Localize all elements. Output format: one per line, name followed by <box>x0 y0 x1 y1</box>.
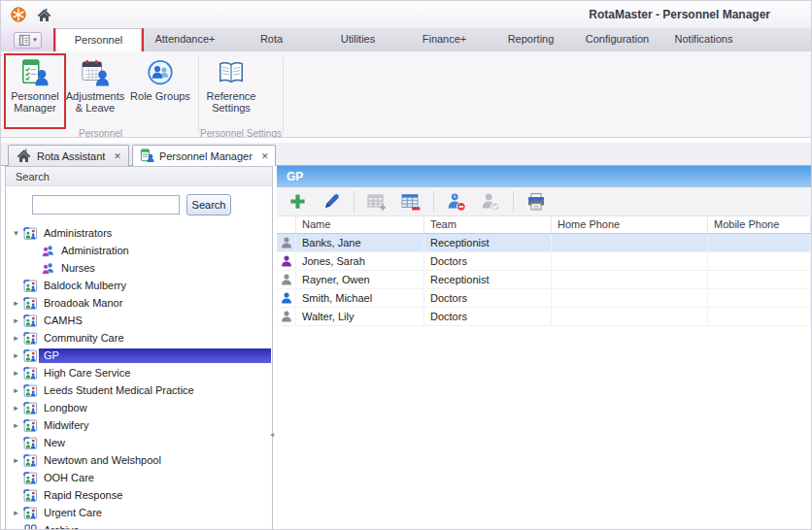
chevron-collapsed-icon[interactable]: ▸ <box>10 315 22 325</box>
ribbon-tab-utilities[interactable]: Utilities <box>315 28 401 51</box>
tree-item-label: Urgent Care <box>39 506 107 520</box>
table-row-banks-jane[interactable]: Banks, JaneReceptionist <box>277 234 811 252</box>
tree-item-administration[interactable]: Administration <box>6 242 272 259</box>
table-row-walter-lily[interactable]: Walter, LilyDoctors <box>277 308 811 326</box>
column-header-home-phone[interactable]: Home Phone <box>552 216 708 233</box>
print-button[interactable] <box>524 190 548 214</box>
personnel-manager-button[interactable]: Personnel Manager <box>6 55 64 127</box>
ribbon-tab-configuration[interactable]: Configuration <box>574 28 660 51</box>
search-input[interactable] <box>32 195 180 215</box>
site-icon <box>22 314 39 328</box>
chevron-collapsed-icon[interactable]: ▸ <box>10 368 22 378</box>
search-button[interactable]: Search <box>186 194 231 215</box>
tree-item-nurses[interactable]: Nurses <box>6 259 272 277</box>
person-blue-icon <box>280 291 293 305</box>
ribbon-tab-finance[interactable]: Finance+ <box>401 28 488 51</box>
column-header-team[interactable]: Team <box>424 216 552 233</box>
tree-item-archive[interactable]: Archive <box>6 521 272 529</box>
tree-item-broadoak-manor[interactable]: ▸Broadoak Manor <box>6 294 272 312</box>
tree-item-new[interactable]: New <box>6 434 272 451</box>
tree-item-gp[interactable]: ▸GP <box>6 347 272 364</box>
tree-item-rapid-response[interactable]: Rapid Response <box>6 486 272 504</box>
tree-item-community-care[interactable]: ▸Community Care <box>6 329 272 347</box>
table-row-rayner-owen[interactable]: Rayner, OwenReceptionist <box>277 271 811 289</box>
chevron-collapsed-icon[interactable]: ▸ <box>10 385 22 395</box>
chevron-collapsed-icon[interactable]: ▸ <box>10 333 22 343</box>
table-remove-button[interactable] <box>399 190 423 214</box>
window-title: RotaMaster - Personnel Manager <box>589 8 770 21</box>
title-bar: RotaMaster - Personnel Manager <box>1 1 811 28</box>
tree-item-label: OOH Care <box>39 471 99 485</box>
window-layout-button[interactable]: ▾ <box>14 32 42 49</box>
site-icon <box>22 488 39 503</box>
adjustments-leave-button[interactable]: Adjustments & Leave <box>66 55 124 127</box>
chevron-collapsed-icon[interactable]: ▸ <box>10 455 22 465</box>
chevron-expanded-icon[interactable]: ▾ <box>10 228 22 238</box>
app-logo-icon[interactable] <box>10 6 27 23</box>
team-cell: Doctors <box>424 308 552 325</box>
table-row-smith-michael[interactable]: Smith, MichaelDoctors <box>277 289 811 308</box>
chevron-collapsed-icon[interactable]: ▸ <box>10 298 22 308</box>
ribbon-button-label: Reference Settings <box>202 90 260 114</box>
tree-item-newtown-and-welshpool[interactable]: ▸Newtown and Welshpool <box>6 451 272 469</box>
close-icon[interactable]: ✕ <box>114 151 121 161</box>
tree-item-midwifery[interactable]: ▸Midwifery <box>6 416 272 434</box>
person-remove-button[interactable] <box>445 190 468 214</box>
chevron-collapsed-icon[interactable]: ▸ <box>10 403 22 413</box>
tree-item-administrators[interactable]: ▾Administrators <box>6 224 272 242</box>
site-icon <box>22 401 39 415</box>
tree-item-urgent-care[interactable]: ▸Urgent Care <box>6 504 272 521</box>
tree-item-label: Longbow <box>39 401 92 415</box>
grid-header: NameTeamHome PhoneMobile Phone <box>277 216 811 234</box>
mobile-phone-cell <box>708 234 811 251</box>
edit-button[interactable] <box>320 190 343 214</box>
tree-item-longbow[interactable]: ▸Longbow <box>6 399 272 416</box>
ribbon-group-personnel: Personnel ManagerAdjustments & LeaveRole… <box>4 53 197 137</box>
ribbon-tab-rota[interactable]: Rota <box>228 28 315 51</box>
tree-item-ooh-care[interactable]: OOH Care <box>6 469 272 486</box>
collapse-sidebar-icon[interactable]: ◂ <box>270 430 274 439</box>
doc-tab-rota-assistant[interactable]: Rota Assistant✕ <box>8 145 129 166</box>
toolbar-separator <box>433 191 434 213</box>
grid-body: Banks, JaneReceptionistJones, SarahDocto… <box>277 234 811 326</box>
ribbon-button-label: Role Groups <box>130 90 190 102</box>
team-cell: Receptionist <box>424 234 552 251</box>
column-header-mobile-phone[interactable]: Mobile Phone <box>708 216 811 233</box>
add-button[interactable] <box>286 190 309 214</box>
quick-access-area: ▾ <box>1 28 55 51</box>
tree-item-label: Administration <box>56 244 134 258</box>
tree-item-camhs[interactable]: ▸CAMHS <box>6 312 272 329</box>
grid-toolbar <box>277 187 811 216</box>
content-area: Search Search ▾AdministratorsAdministrat… <box>1 166 811 529</box>
ribbon-tab-reporting[interactable]: Reporting <box>488 28 574 51</box>
name-cell: Banks, Jane <box>296 234 424 251</box>
tree-item-baldock-mulberry[interactable]: Baldock Mulberry <box>6 277 272 294</box>
close-icon[interactable]: ✕ <box>261 151 269 161</box>
table-row-jones-sarah[interactable]: Jones, SarahDoctors <box>277 252 811 271</box>
main-panel: GP NameTeamHome PhoneMobile Phone Banks,… <box>277 166 811 529</box>
role-groups-button[interactable]: Role Groups <box>126 55 194 127</box>
tree-item-high-care-service[interactable]: ▸High Care Service <box>6 364 272 381</box>
toolbar-separator <box>513 191 514 213</box>
chevron-collapsed-icon[interactable]: ▸ <box>10 508 22 517</box>
site-icon <box>22 453 39 468</box>
personnel-tree: ▾AdministratorsAdministrationNursesBaldo… <box>6 222 272 529</box>
sidebar-splitter[interactable]: ◂ <box>273 166 277 529</box>
team-cell: Doctors <box>424 252 552 270</box>
doc-tab-personnel-manager[interactable]: Personnel Manager✕ <box>132 145 277 166</box>
chevron-collapsed-icon[interactable]: ▸ <box>10 350 22 360</box>
mobile-phone-cell <box>708 308 811 325</box>
role-groups-icon <box>146 58 175 87</box>
reference-settings-button[interactable]: Reference Settings <box>202 55 260 127</box>
ribbon-tab-notifications[interactable]: Notifications <box>660 28 747 51</box>
toolbar-separator <box>354 191 355 213</box>
column-header-name[interactable]: Name <box>296 216 424 233</box>
site-icon <box>22 383 39 398</box>
site-icon <box>22 418 39 433</box>
tree-item-leeds-student-medical-practice[interactable]: ▸Leeds Student Medical Practice <box>6 381 272 399</box>
home-icon[interactable] <box>36 7 52 23</box>
tree-item-label: Rapid Response <box>39 488 127 503</box>
ribbon-tab-personnel[interactable]: Personnel <box>55 28 142 51</box>
ribbon-tab-attendance[interactable]: Attendance+ <box>142 28 228 51</box>
chevron-collapsed-icon[interactable]: ▸ <box>10 420 22 430</box>
